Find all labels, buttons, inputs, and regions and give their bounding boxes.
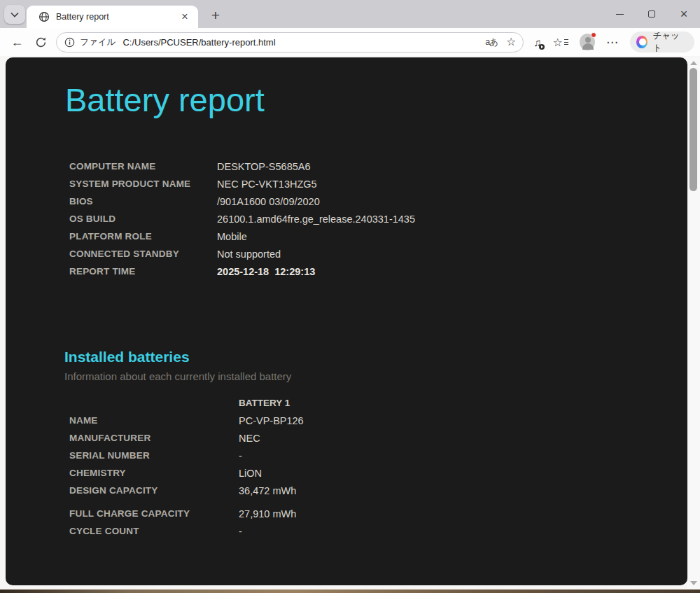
add-favorite-star-icon[interactable]: ☆ [506,36,516,48]
maximize-button[interactable] [636,0,668,28]
list-lines-icon [564,39,568,45]
info-label: REPORT TIME [69,266,217,277]
chevron-down-icon [10,12,19,18]
close-icon: × [680,8,688,20]
info-value: DESKTOP-S5685A6 [217,161,311,172]
system-info-table: COMPUTER NAME DESKTOP-S5685A6 SYSTEM PRO… [69,158,415,280]
report-time-value: 2025-12-18 12:29:13 [217,266,315,277]
installed-batteries-section: Installed batteries Information about ea… [64,349,291,382]
tab-title: Battery report [56,12,178,22]
table-row: FULL CHARGE CAPACITY 27,910 mWh [69,505,304,522]
info-label: CYCLE COUNT [69,526,239,536]
table-row: MANUFACTURER NEC [69,429,304,447]
desktop-edge-strip [0,589,700,593]
maximize-icon [648,11,655,18]
content-frame: Battery report COMPUTER NAME DESKTOP-S56… [0,56,700,593]
info-label: SERIAL NUMBER [69,450,239,461]
vertical-scrollbar[interactable] [687,57,700,589]
url-scheme-label: ファイル [80,36,115,48]
table-row: OS BUILD 26100.1.amd64fre.ge_release.240… [69,210,415,228]
new-tab-button[interactable]: + [205,6,226,25]
info-value: PC-VP-BP126 [239,415,304,426]
table-row: CHEMISTRY LiON [69,464,304,482]
battery-column-header: BATTERY 1 [239,398,290,408]
back-button[interactable]: ← [8,33,26,51]
table-row: NAME PC-VP-BP126 [69,412,304,429]
info-label: DESIGN CAPACITY [69,485,239,496]
info-value: Mobile [217,231,247,242]
address-bar[interactable]: ファイル C:/Users/PCUSER/battery-report.html… [56,32,524,53]
info-value: 26100.1.amd64fre.ge_release.240331-1435 [217,214,415,225]
battery-info-table: BATTERY 1 NAME PC-VP-BP126 MANUFACTURER … [69,394,304,540]
section-heading: Installed batteries [64,349,291,365]
star-icon: ☆ [553,36,563,49]
info-label: PLATFORM ROLE [69,231,217,242]
table-row: BIOS /901A1600 03/09/2020 [69,193,415,210]
chat-button-label: チャット [652,30,685,54]
table-row: CYCLE COUNT - [69,522,304,540]
avatar-body [582,43,594,50]
browser-toolbar: ← ファイル C:/Users/PCUSER/battery-report.ht… [0,28,700,56]
refresh-button[interactable] [32,33,50,51]
info-value: NEC PC-VKT13HZG5 [217,179,317,190]
globe-favicon-icon [38,11,50,22]
table-header-row: BATTERY 1 [69,394,304,412]
refresh-icon [35,36,47,48]
play-badge-icon [539,44,545,50]
copilot-chat-button[interactable]: チャット [630,32,694,53]
tab-strip: Battery report × + × [0,0,700,28]
info-label: CONNECTED STANDBY [69,249,217,259]
info-value: NEC [239,433,260,444]
info-value: LiON [239,468,262,479]
close-window-button[interactable]: × [668,0,700,28]
info-value: - [239,526,242,537]
info-label: BIOS [69,196,217,207]
page-title: Battery report [65,81,265,119]
info-value: 36,472 mWh [239,485,296,496]
info-value: - [239,450,242,461]
info-value: 27,910 mWh [239,508,296,519]
favorites-hub-icon[interactable]: ☆ [553,36,568,49]
tab-close-icon[interactable]: × [178,11,191,23]
table-row: CONNECTED STANDBY Not supported [69,245,415,263]
section-subtitle: Information about each currently install… [64,370,291,382]
scrollbar-down-arrow-icon[interactable] [690,581,697,585]
profile-avatar[interactable] [580,34,595,50]
browser-tab[interactable]: Battery report × [27,6,198,28]
info-value: Not supported [217,249,281,260]
info-label: COMPUTER NAME [69,161,217,172]
page-info-icon[interactable] [64,37,75,48]
media-control-icon[interactable]: ♫ [533,36,541,48]
notification-dot [591,32,596,38]
table-row: COMPUTER NAME DESKTOP-S5685A6 [69,158,415,175]
scrollbar-up-arrow-icon[interactable] [690,61,697,65]
tab-search-button[interactable] [4,5,25,24]
scrollbar-thumb[interactable] [690,68,697,191]
table-row: DESIGN CAPACITY 36,472 mWh [69,482,304,499]
translate-icon[interactable]: aあ [485,38,498,47]
table-row: SYSTEM PRODUCT NAME NEC PC-VKT13HZG5 [69,175,415,193]
info-label: OS BUILD [69,214,217,224]
info-label: SYSTEM PRODUCT NAME [69,179,217,189]
window-controls: × [603,0,700,28]
info-label: FULL CHARGE CAPACITY [69,508,239,519]
table-row: SERIAL NUMBER - [69,447,304,464]
minimize-icon [616,14,624,15]
info-label: MANUFACTURER [69,433,239,443]
avatar-head [585,37,591,43]
info-label: NAME [69,415,239,426]
minimize-button[interactable] [603,0,636,28]
toolbar-right-icons: ♫ ☆ ⋯ チャット [533,32,694,53]
copilot-logo-icon [636,36,648,48]
settings-menu-button[interactable]: ⋯ [606,35,619,50]
info-label: CHEMISTRY [69,468,239,478]
table-row: PLATFORM ROLE Mobile [69,228,415,245]
table-row: REPORT TIME 2025-12-18 12:29:13 [69,263,415,280]
url-text[interactable]: C:/Users/PCUSER/battery-report.html [122,37,479,48]
battery-report-page: Battery report COMPUTER NAME DESKTOP-S56… [6,57,687,585]
info-value: /901A1600 03/09/2020 [217,196,320,207]
